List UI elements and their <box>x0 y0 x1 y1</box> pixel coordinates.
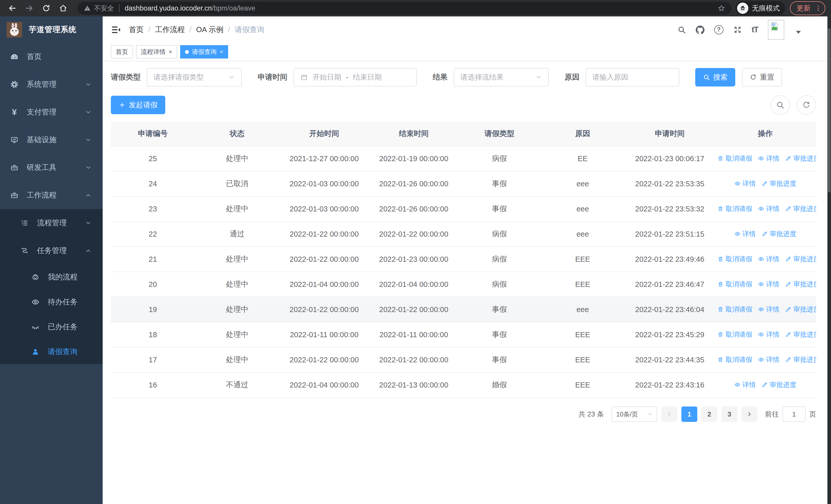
progress-link[interactable]: 审批进度 <box>785 154 816 163</box>
url-text[interactable]: dashboard.yudao.iocoder.cn/bpm/oa/leave <box>125 4 718 12</box>
sidebar-item-task-management[interactable]: 任务管理 <box>0 237 103 265</box>
page-scrollbar[interactable] <box>827 17 831 504</box>
breadcrumb-item-workflow[interactable]: 工作流程 <box>155 25 185 35</box>
fullscreen-icon[interactable] <box>733 25 742 34</box>
refresh-table-button[interactable] <box>797 95 816 115</box>
sidebar-item-label: 任务管理 <box>37 245 67 256</box>
sidebar-item-dev-tools[interactable]: 研发工具 <box>0 154 103 181</box>
app-logo-row[interactable]: 芋道管理系统 <box>0 17 103 43</box>
col-start-time: 开始时间 <box>280 121 369 146</box>
sidebar-item-workflow[interactable]: 工作流程 <box>0 181 103 209</box>
caret-down-icon[interactable] <box>794 28 803 37</box>
browser-update-button[interactable]: 更新 <box>790 1 825 15</box>
create-leave-button[interactable]: 发起请假 <box>111 96 165 114</box>
avatar[interactable] <box>768 20 784 40</box>
sidebar-item-leave-query[interactable]: 请假查询 <box>0 339 103 364</box>
apply-time-label: 申请时间 <box>258 72 287 82</box>
progress-link[interactable]: 审批进度 <box>762 179 796 188</box>
page-button-2[interactable]: 2 <box>701 407 717 422</box>
tab-leave-query[interactable]: 请假查询× <box>180 45 228 59</box>
detail-link[interactable]: 详情 <box>758 355 779 364</box>
search-icon[interactable] <box>677 25 686 34</box>
browser-menu-dots-icon[interactable] <box>814 5 822 12</box>
progress-link[interactable]: 审批进度 <box>785 204 816 213</box>
detail-link[interactable]: 详情 <box>758 154 779 163</box>
font-size-icon[interactable]: tT <box>752 25 758 34</box>
page-content: 请假类型 请选择请假类型 申请时间 开始日期 - 结束日期 <box>103 61 831 504</box>
address-bar[interactable]: 不安全 dashboard.yudao.iocoder.cn/bpm/oa/le… <box>78 2 732 14</box>
detail-link[interactable]: 详情 <box>758 280 779 289</box>
progress-link[interactable]: 审批进度 <box>762 230 796 238</box>
breadcrumb-item-home[interactable]: 首页 <box>129 25 144 35</box>
sidebar-item-infrastructure[interactable]: 基础设施 <box>0 126 103 154</box>
page-button-1[interactable]: 1 <box>681 407 697 422</box>
detail-link[interactable]: 详情 <box>758 330 779 339</box>
table-row: 18处理中2022-01-11 00:00:002022-01-11 00:00… <box>111 322 816 347</box>
browser-back-button[interactable] <box>6 2 19 15</box>
chevron-down-icon <box>535 74 542 81</box>
next-page-button[interactable] <box>741 407 757 422</box>
browser-home-button[interactable] <box>56 2 70 15</box>
reason-cell: EEE <box>540 247 625 272</box>
cancel-leave-link[interactable]: 取消请假 <box>717 280 752 289</box>
search-button[interactable]: 搜索 <box>695 68 735 87</box>
sidebar-item-payment-management[interactable]: 支付管理 <box>0 98 103 126</box>
cancel-leave-link[interactable]: 取消请假 <box>717 330 752 339</box>
detail-link[interactable]: 详情 <box>734 380 756 389</box>
sidebar-item-todo-task[interactable]: 待办任务 <box>0 290 103 314</box>
browser-reload-button[interactable] <box>39 2 53 15</box>
progress-link[interactable]: 审批进度 <box>785 330 816 339</box>
detail-link[interactable]: 详情 <box>734 179 756 188</box>
detail-link[interactable]: 详情 <box>734 230 756 238</box>
reset-button[interactable]: 重置 <box>742 68 782 87</box>
page-button-3[interactable]: 3 <box>721 407 737 422</box>
cancel-leave-link[interactable]: 取消请假 <box>717 255 752 264</box>
progress-link[interactable]: 审批进度 <box>785 305 816 314</box>
sidebar-item-done-task[interactable]: 已办任务 <box>0 314 103 339</box>
toggle-search-button[interactable] <box>770 95 790 115</box>
result-select[interactable]: 请选择流结果 <box>454 68 549 87</box>
apply-time-range-picker[interactable]: 开始日期 - 结束日期 <box>294 68 417 87</box>
status-cell: 处理中 <box>195 347 280 373</box>
status-cell: 处理中 <box>195 297 280 322</box>
branch-icon <box>21 247 29 255</box>
detail-link[interactable]: 详情 <box>758 204 779 213</box>
sidebar-item-system-management[interactable]: 系统管理 <box>0 70 103 98</box>
progress-link[interactable]: 审批进度 <box>762 380 796 389</box>
help-icon[interactable]: ? <box>714 25 723 34</box>
leave-type-select[interactable]: 请选择请假类型 <box>147 68 242 87</box>
end-time-cell: 2022-01-26 00:00:00 <box>369 171 459 196</box>
detail-link[interactable]: 详情 <box>758 255 779 264</box>
sidebar-item-my-process[interactable]: 我的流程 <box>0 265 103 290</box>
tab-process-detail[interactable]: 流程详情× <box>136 45 177 59</box>
cancel-leave-link[interactable]: 取消请假 <box>717 355 752 364</box>
progress-link[interactable]: 审批进度 <box>785 280 816 289</box>
search-form: 请假类型 请选择请假类型 申请时间 开始日期 - 结束日期 <box>111 68 816 87</box>
sidebar-collapse-icon[interactable] <box>111 25 121 35</box>
bookmark-button[interactable] <box>718 4 725 12</box>
tab-close-icon[interactable]: × <box>169 49 172 55</box>
progress-link[interactable]: 审批进度 <box>785 355 816 364</box>
browser-forward-button[interactable] <box>23 2 36 15</box>
progress-link[interactable]: 审批进度 <box>785 255 816 264</box>
end-time-cell: 2022-01-04 00:00:00 <box>369 272 459 297</box>
sidebar-item-home[interactable]: 首页 <box>0 43 103 70</box>
trash-icon <box>717 356 724 363</box>
detail-link[interactable]: 详情 <box>758 305 779 314</box>
tab-close-icon[interactable]: × <box>220 49 223 55</box>
sidebar-item-label: 系统管理 <box>27 79 56 90</box>
tab-home[interactable]: 首页 <box>111 45 133 59</box>
breadcrumb-item-oa-example[interactable]: OA 示例 <box>196 25 223 35</box>
cancel-leave-link[interactable]: 取消请假 <box>717 154 752 163</box>
sidebar-item-process-management[interactable]: 流程管理 <box>0 209 103 237</box>
cancel-leave-link[interactable]: 取消请假 <box>717 204 752 213</box>
cancel-leave-link[interactable]: 取消请假 <box>717 305 752 314</box>
site-security-indicator[interactable]: 不安全 <box>84 4 114 13</box>
goto-page-input[interactable] <box>782 407 806 422</box>
reason-cell: eee <box>540 297 625 322</box>
github-icon[interactable] <box>696 25 705 34</box>
prev-page-button[interactable] <box>661 407 677 422</box>
scrollbar-thumb[interactable] <box>828 28 830 192</box>
reason-input[interactable] <box>587 68 678 86</box>
page-size-select[interactable]: 10条/页 <box>611 407 657 422</box>
